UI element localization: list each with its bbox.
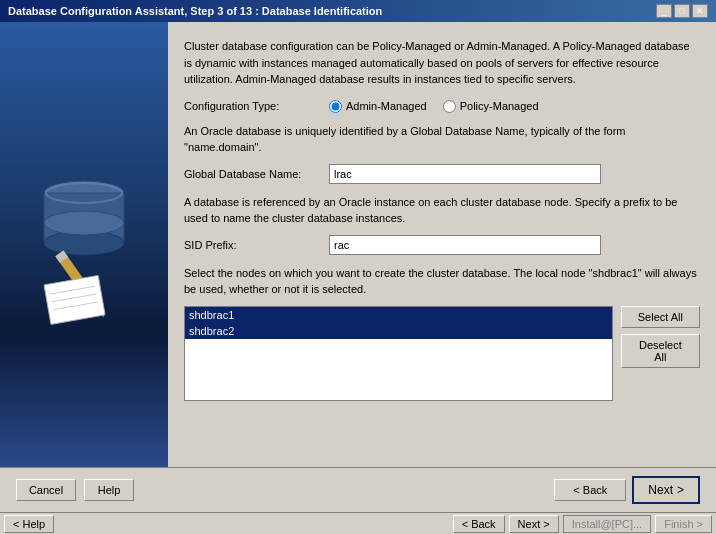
- nodes-listbox[interactable]: shdbrac1 shdbrac2: [184, 306, 613, 401]
- admin-managed-label: Admin-Managed: [346, 100, 427, 112]
- sid-prefix-input[interactable]: [329, 235, 601, 255]
- status-right: < Back Next > Install@[PC]... Finish >: [453, 515, 712, 533]
- select-all-button[interactable]: Select All: [621, 306, 700, 328]
- next-arrow: >: [677, 483, 684, 497]
- status-left: < Help: [4, 515, 54, 533]
- next-label: Next: [648, 483, 673, 497]
- status-finish-button[interactable]: Finish >: [655, 515, 712, 533]
- policy-managed-radio[interactable]: [443, 100, 456, 113]
- status-next-button[interactable]: Next >: [509, 515, 559, 533]
- status-back-button[interactable]: < Back: [453, 515, 505, 533]
- bottom-bar: Cancel Help < Back Next >: [0, 467, 716, 512]
- window-controls[interactable]: _ □ ✕: [656, 4, 708, 18]
- oracle-illustration: [24, 155, 144, 335]
- sid-prefix-row: SID Prefix:: [184, 235, 700, 255]
- policy-managed-label: Policy-Managed: [460, 100, 539, 112]
- svg-rect-8: [44, 275, 105, 324]
- title-bar: Database Configuration Assistant, Step 3…: [0, 0, 716, 22]
- policy-managed-radio-label[interactable]: Policy-Managed: [443, 100, 539, 113]
- nodes-area: shdbrac1 shdbrac2 Select All Deselect Al…: [184, 306, 700, 401]
- status-help-button[interactable]: < Help: [4, 515, 54, 533]
- global-db-row: Global Database Name:: [184, 164, 700, 184]
- config-type-label: Configuration Type:: [184, 100, 329, 112]
- intro-description: Cluster database configuration can be Po…: [184, 38, 700, 88]
- nodes-description: Select the nodes on which you want to cr…: [184, 265, 700, 298]
- content-panel: Cluster database configuration can be Po…: [168, 22, 716, 467]
- back-button[interactable]: < Back: [554, 479, 626, 501]
- config-type-row: Configuration Type: Admin-Managed Policy…: [184, 100, 700, 113]
- cancel-button[interactable]: Cancel: [16, 479, 76, 501]
- admin-managed-radio[interactable]: [329, 100, 342, 113]
- global-db-description: An Oracle database is uniquely identifie…: [184, 123, 700, 156]
- dialog-area: Cluster database configuration can be Po…: [0, 22, 716, 467]
- config-type-radio-group: Admin-Managed Policy-Managed: [329, 100, 539, 113]
- svg-point-4: [44, 211, 124, 235]
- title-text: Database Configuration Assistant, Step 3…: [8, 5, 382, 17]
- left-panel: [0, 22, 168, 467]
- nodes-buttons: Select All Deselect All: [621, 306, 700, 401]
- sid-prefix-label: SID Prefix:: [184, 239, 329, 251]
- bottom-right-buttons: < Back Next >: [554, 476, 700, 504]
- global-db-input[interactable]: [329, 164, 601, 184]
- deselect-all-button[interactable]: Deselect All: [621, 334, 700, 368]
- global-db-label: Global Database Name:: [184, 168, 329, 180]
- sid-description: A database is referenced by an Oracle in…: [184, 194, 700, 227]
- minimize-button[interactable]: _: [656, 4, 672, 18]
- admin-managed-radio-label[interactable]: Admin-Managed: [329, 100, 427, 113]
- help-button[interactable]: Help: [84, 479, 134, 501]
- maximize-button[interactable]: □: [674, 4, 690, 18]
- bottom-left-buttons: Cancel Help: [16, 479, 134, 501]
- close-button[interactable]: ✕: [692, 4, 708, 18]
- list-item[interactable]: shdbrac1: [185, 307, 612, 323]
- next-button[interactable]: Next >: [632, 476, 700, 504]
- status-bar: < Help < Back Next > Install@[PC]... Fin…: [0, 512, 716, 534]
- list-item[interactable]: shdbrac2: [185, 323, 612, 339]
- status-install-label: Install@[PC]...: [563, 515, 651, 533]
- main-container: Cluster database configuration can be Po…: [0, 22, 716, 534]
